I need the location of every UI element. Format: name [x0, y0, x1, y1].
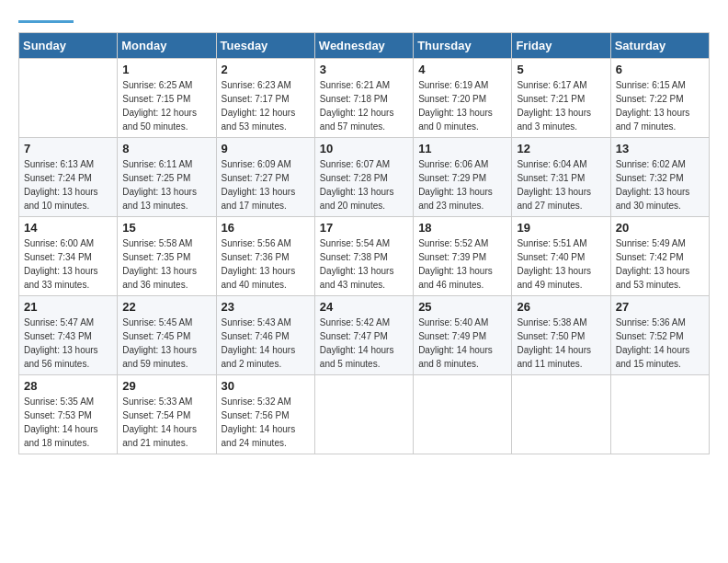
daylight-text: Daylight: 13 hours and 23 minutes. [418, 187, 493, 211]
calendar-cell: 4Sunrise: 6:19 AMSunset: 7:20 PMDaylight… [414, 59, 512, 138]
sunset-text: Sunset: 7:43 PM [24, 331, 92, 341]
sunset-text: Sunset: 7:50 PM [517, 331, 585, 341]
cell-info: Sunrise: 5:33 AMSunset: 7:54 PMDaylight:… [122, 395, 210, 450]
calendar-cell: 17Sunrise: 5:54 AMSunset: 7:38 PMDayligh… [314, 217, 413, 296]
daylight-text: Daylight: 13 hours and 20 minutes. [320, 187, 394, 211]
logo [18, 18, 74, 23]
sunrise-text: Sunrise: 5:54 AM [320, 238, 390, 248]
calendar-table: SundayMondayTuesdayWednesdayThursdayFrid… [18, 32, 710, 454]
day-number: 3 [320, 63, 408, 76]
weekday-header: Sunday [19, 33, 118, 59]
day-number: 21 [24, 300, 112, 314]
daylight-text: Daylight: 13 hours and 10 minutes. [24, 187, 98, 211]
sunrise-text: Sunrise: 5:36 AM [616, 317, 686, 327]
daylight-text: Daylight: 13 hours and 33 minutes. [24, 266, 98, 290]
sunrise-text: Sunrise: 5:43 AM [222, 317, 291, 327]
sunrise-text: Sunrise: 6:25 AM [122, 80, 192, 90]
sunrise-text: Sunrise: 5:49 AM [616, 238, 686, 248]
daylight-text: Daylight: 13 hours and 43 minutes. [320, 266, 394, 290]
calendar-cell: 25Sunrise: 5:40 AMSunset: 7:49 PMDayligh… [414, 296, 512, 375]
cell-info: Sunrise: 6:17 AMSunset: 7:21 PMDaylight:… [517, 78, 605, 133]
sunset-text: Sunset: 7:34 PM [24, 252, 92, 262]
day-number: 7 [24, 142, 112, 155]
sunset-text: Sunset: 7:15 PM [122, 94, 190, 104]
cell-info: Sunrise: 6:21 AMSunset: 7:18 PMDaylight:… [320, 78, 408, 133]
day-number: 28 [24, 379, 112, 393]
day-number: 23 [222, 300, 310, 314]
day-number: 2 [222, 63, 310, 76]
calendar-cell: 2Sunrise: 6:23 AMSunset: 7:17 PMDaylight… [216, 59, 314, 138]
day-number: 30 [222, 379, 310, 393]
sunset-text: Sunset: 7:20 PM [418, 94, 486, 104]
day-number: 29 [122, 379, 210, 393]
logo-underline [18, 20, 74, 23]
calendar-cell: 13Sunrise: 6:02 AMSunset: 7:32 PMDayligh… [610, 138, 709, 217]
calendar-cell: 29Sunrise: 5:33 AMSunset: 7:54 PMDayligh… [118, 375, 216, 454]
calendar-cell: 20Sunrise: 5:49 AMSunset: 7:42 PMDayligh… [610, 217, 709, 296]
daylight-text: Daylight: 14 hours and 2 minutes. [222, 345, 296, 369]
cell-info: Sunrise: 5:42 AMSunset: 7:47 PMDaylight:… [320, 316, 408, 371]
weekday-header: Friday [512, 33, 610, 59]
calendar-cell [314, 375, 413, 454]
sunset-text: Sunset: 7:54 PM [122, 410, 190, 420]
calendar-week-row: 1Sunrise: 6:25 AMSunset: 7:15 PMDaylight… [19, 59, 710, 138]
weekday-header: Thursday [414, 33, 512, 59]
sunset-text: Sunset: 7:35 PM [122, 252, 190, 262]
cell-info: Sunrise: 6:06 AMSunset: 7:29 PMDaylight:… [418, 157, 506, 213]
sunset-text: Sunset: 7:49 PM [418, 331, 486, 341]
sunset-text: Sunset: 7:38 PM [320, 252, 388, 262]
day-number: 6 [616, 63, 704, 76]
sunrise-text: Sunrise: 6:02 AM [616, 159, 686, 169]
calendar-cell: 12Sunrise: 6:04 AMSunset: 7:31 PMDayligh… [512, 138, 610, 217]
daylight-text: Daylight: 12 hours and 53 minutes. [222, 108, 296, 132]
sunset-text: Sunset: 7:53 PM [24, 410, 92, 420]
sunset-text: Sunset: 7:21 PM [517, 94, 585, 104]
daylight-text: Daylight: 14 hours and 21 minutes. [122, 424, 197, 448]
daylight-text: Daylight: 13 hours and 0 minutes. [418, 108, 493, 132]
daylight-text: Daylight: 13 hours and 27 minutes. [517, 187, 591, 211]
sunset-text: Sunset: 7:40 PM [517, 252, 585, 262]
sunset-text: Sunset: 7:56 PM [222, 410, 290, 420]
calendar-cell: 30Sunrise: 5:32 AMSunset: 7:56 PMDayligh… [216, 375, 314, 454]
sunset-text: Sunset: 7:39 PM [418, 252, 486, 262]
calendar-cell: 16Sunrise: 5:56 AMSunset: 7:36 PMDayligh… [216, 217, 314, 296]
cell-info: Sunrise: 6:25 AMSunset: 7:15 PMDaylight:… [122, 78, 210, 133]
sunrise-text: Sunrise: 6:09 AM [222, 159, 291, 169]
cell-info: Sunrise: 5:54 AMSunset: 7:38 PMDaylight:… [320, 236, 408, 292]
daylight-text: Daylight: 13 hours and 49 minutes. [517, 266, 591, 290]
day-number: 13 [616, 142, 704, 155]
daylight-text: Daylight: 14 hours and 18 minutes. [24, 424, 98, 448]
calendar-cell: 23Sunrise: 5:43 AMSunset: 7:46 PMDayligh… [216, 296, 314, 375]
day-number: 15 [122, 221, 210, 235]
daylight-text: Daylight: 12 hours and 50 minutes. [122, 108, 197, 132]
cell-info: Sunrise: 5:58 AMSunset: 7:35 PMDaylight:… [122, 236, 210, 292]
sunset-text: Sunset: 7:47 PM [320, 331, 388, 341]
cell-info: Sunrise: 6:19 AMSunset: 7:20 PMDaylight:… [418, 78, 506, 133]
sunset-text: Sunset: 7:24 PM [24, 173, 92, 183]
daylight-text: Daylight: 13 hours and 17 minutes. [222, 187, 296, 211]
sunrise-text: Sunrise: 5:33 AM [122, 396, 192, 407]
cell-info: Sunrise: 5:52 AMSunset: 7:39 PMDaylight:… [418, 236, 506, 292]
calendar-cell: 28Sunrise: 5:35 AMSunset: 7:53 PMDayligh… [19, 375, 118, 454]
daylight-text: Daylight: 14 hours and 11 minutes. [517, 345, 591, 369]
daylight-text: Daylight: 13 hours and 30 minutes. [616, 187, 690, 211]
calendar-cell: 11Sunrise: 6:06 AMSunset: 7:29 PMDayligh… [414, 138, 512, 217]
day-number: 4 [418, 63, 506, 76]
day-number: 18 [418, 221, 506, 235]
calendar-cell: 15Sunrise: 5:58 AMSunset: 7:35 PMDayligh… [118, 217, 216, 296]
sunrise-text: Sunrise: 6:04 AM [517, 159, 586, 169]
day-number: 19 [517, 221, 605, 235]
daylight-text: Daylight: 14 hours and 8 minutes. [418, 345, 493, 369]
day-number: 17 [320, 221, 408, 235]
calendar-header-row: SundayMondayTuesdayWednesdayThursdayFrid… [19, 33, 710, 59]
cell-info: Sunrise: 5:49 AMSunset: 7:42 PMDaylight:… [616, 236, 704, 292]
sunrise-text: Sunrise: 6:13 AM [24, 159, 94, 169]
daylight-text: Daylight: 13 hours and 3 minutes. [517, 108, 591, 132]
cell-info: Sunrise: 6:07 AMSunset: 7:28 PMDaylight:… [320, 157, 408, 213]
daylight-text: Daylight: 14 hours and 24 minutes. [222, 424, 296, 448]
cell-info: Sunrise: 5:45 AMSunset: 7:45 PMDaylight:… [122, 316, 210, 371]
cell-info: Sunrise: 5:38 AMSunset: 7:50 PMDaylight:… [517, 316, 605, 371]
sunrise-text: Sunrise: 5:58 AM [122, 238, 192, 248]
daylight-text: Daylight: 13 hours and 7 minutes. [616, 108, 690, 132]
cell-info: Sunrise: 6:04 AMSunset: 7:31 PMDaylight:… [517, 157, 605, 213]
